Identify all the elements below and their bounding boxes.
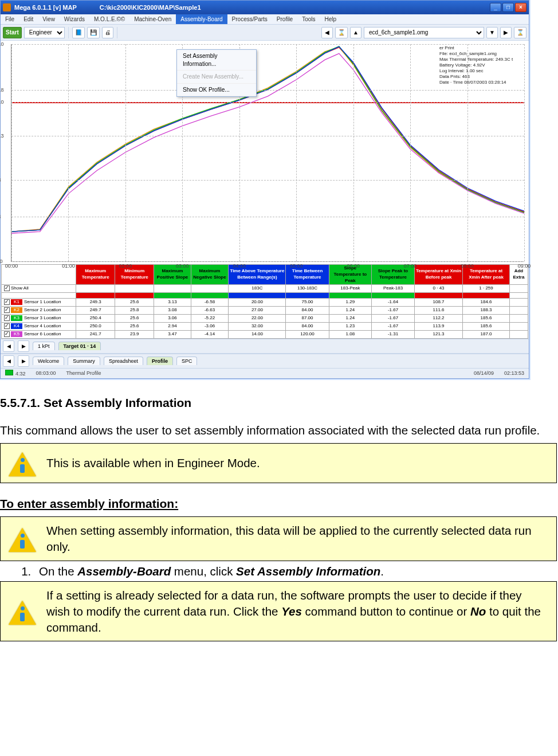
x-tick: 09:00	[518, 263, 531, 269]
x-tick: 06:00	[347, 263, 360, 269]
app-icon	[3, 3, 11, 11]
menu-process-parts[interactable]: Process/Parts	[227, 14, 272, 25]
menu-assembly-board[interactable]: Assembly-Board	[176, 14, 227, 25]
menu-edit[interactable]: Edit	[19, 14, 38, 25]
tab-summary[interactable]: Summary	[68, 357, 100, 365]
tab-next2-icon[interactable]: ▶	[18, 355, 29, 367]
status-profile-type: Thermal Profile	[66, 370, 101, 377]
hourglass2-icon[interactable]: ⌛	[514, 27, 526, 38]
note-modify-prompt: If a setting is already selected for a d…	[0, 581, 557, 641]
print-icon[interactable]: 🖨	[102, 27, 113, 38]
chart-info-box: er PrintFile: ecd_6ch_sample1.omgMax The…	[438, 44, 524, 87]
command-name-set-assembly: Set Assembly Information	[236, 565, 380, 578]
info-icon	[9, 449, 36, 477]
sensor-row-k5[interactable]: K5Sensor 6 Location	[2, 330, 76, 338]
menubar: FileEditViewWizardsM.O.L.E.©©Machine-Ove…	[1, 14, 529, 25]
menu-view[interactable]: View	[38, 14, 60, 25]
y-tick: -10.0	[0, 258, 3, 265]
mode-select[interactable]: Engineer	[24, 27, 65, 38]
chart-area: er PrintFile: ecd_6ch_sample1.omgMax The…	[1, 41, 529, 264]
menu-file[interactable]: File	[1, 14, 19, 25]
no-button-ref: No	[470, 605, 486, 618]
title-app: Mega 6.0.1.1 [v] MAP	[14, 3, 77, 12]
tab-prev2-icon[interactable]: ◀	[3, 355, 14, 367]
section-heading: 5.5.7.1. Set Assembly Information	[0, 395, 557, 411]
x-tick: 03:00	[176, 263, 189, 269]
view-tabstrip: ◀ ▶ WelcomeSummarySpreadsheetProfileSPC	[1, 354, 529, 368]
menuitem-show-ok-profile[interactable]: Show OK Profile...	[177, 84, 256, 97]
y-tick: 88.8	[0, 177, 1, 183]
window-maximize[interactable]: □	[502, 3, 514, 12]
sensor-row-k2[interactable]: K2Sensor 2 Location	[2, 307, 76, 315]
menu-help[interactable]: Help	[320, 14, 341, 25]
app-window: Mega 6.0.1.1 [v] MAP C:\kic2000\KIC2000\…	[0, 0, 529, 379]
x-tick: 01:00	[62, 263, 75, 269]
y-tick: 197.8	[0, 86, 4, 93]
x-tick: 08:00	[461, 263, 474, 269]
x-tick: 07:00	[404, 263, 417, 269]
save-icon[interactable]: 💾	[87, 27, 100, 38]
tab-welcome[interactable]: Welcome	[33, 357, 64, 365]
status-indicator-icon	[5, 370, 13, 375]
x-tick: 00:00	[5, 263, 18, 269]
tab-profile[interactable]: Profile	[147, 357, 173, 365]
hourglass-icon[interactable]: ⌛	[335, 27, 348, 38]
sensor-row-k1[interactable]: K1Sensor 1 Location	[2, 299, 76, 307]
y-tick: 44.4	[0, 213, 1, 220]
menu-tools[interactable]: Tools	[297, 14, 320, 25]
limits-table-wrap: Maximum TemperatureMinimum TemperatureMa…	[1, 264, 529, 339]
x-tick: 02:00	[119, 263, 132, 269]
start-button[interactable]: Start	[3, 27, 22, 38]
show-all-checkbox[interactable]: Show All	[2, 285, 76, 293]
intro-paragraph: This command allows the user to set asse…	[0, 422, 557, 438]
x-tick: 04:00	[233, 263, 246, 269]
note-text: When setting assembly information, this …	[46, 523, 548, 554]
menu-name-assembly-board: Assembly-Board	[77, 565, 171, 578]
datarun-select[interactable]: ecd_6ch_sample1.omg	[364, 27, 484, 38]
limits-table: Maximum TemperatureMinimum TemperatureMa…	[1, 264, 528, 339]
status-clock: 02:13:53	[504, 370, 524, 377]
arrow-left-icon[interactable]: ◀	[321, 27, 333, 38]
status-runtime: 08:03:00	[36, 370, 56, 377]
note-text: This is available when in Engineer Mode.	[46, 455, 260, 471]
y-tick: 142.3	[0, 132, 4, 139]
col-maximum-negative-slope: Maximum Negative Slope	[191, 265, 229, 285]
menu-machine-oven[interactable]: Machine-Oven	[129, 14, 176, 25]
chart-canvas[interactable]: er PrintFile: ecd_6ch_sample1.omgMax The…	[11, 44, 524, 262]
tab-kpt[interactable]: 1 kPt	[33, 342, 55, 350]
menu-wizards[interactable]: Wizards	[60, 14, 89, 25]
note-engineer-mode: This is available when in Engineer Mode.	[0, 443, 557, 483]
arrow-down-icon[interactable]: ▼	[486, 27, 498, 38]
runs-tabstrip: ◀ ▶ 1 kPt Target 01 · 14	[1, 339, 529, 354]
tab-next-icon[interactable]: ▶	[18, 340, 29, 352]
col-maximum-temperature: Maximum Temperature	[76, 265, 115, 285]
yes-button-ref: Yes	[281, 605, 302, 618]
menuitem-set-assembly-information[interactable]: Set Assembly Information...	[177, 50, 256, 70]
y-tick: 183.0	[0, 99, 4, 105]
status-time: 4:32	[15, 371, 26, 377]
status-date: 08/14/09	[474, 370, 494, 377]
sensor-row-k3[interactable]: K3Sensor 3 Location	[2, 315, 76, 323]
info-icon	[9, 525, 36, 553]
tab-spreadsheet[interactable]: Spreadsheet	[104, 357, 143, 365]
steps-list: On the Assembly-Board menu, click Set As…	[0, 563, 557, 579]
title-path: C:\kic2000\KIC2000\MAP\Sample1	[100, 3, 201, 12]
step-1: On the Assembly-Board menu, click Set As…	[34, 563, 557, 579]
tab-prev-icon[interactable]: ◀	[3, 340, 14, 352]
menu-profile[interactable]: Profile	[272, 14, 297, 25]
statusbar: 4:32 08:03:00 Thermal Profile 08/14/09 0…	[1, 368, 529, 378]
window-close[interactable]: ×	[515, 3, 526, 12]
window-minimize[interactable]: _	[490, 3, 501, 12]
workbook-icon[interactable]: 📘	[72, 27, 85, 38]
col-temperature-at-xmin-before-pea: Temperature at Xmin Before peak	[414, 265, 462, 285]
titlebar: Mega 6.0.1.1 [v] MAP C:\kic2000\KIC2000\…	[1, 1, 529, 14]
toolbar: Start Engineer 📘 💾 🖨 Set Assembly Inform…	[1, 25, 529, 41]
menu-m-o-l-e-[interactable]: M.O.L.E.©©	[89, 14, 129, 25]
x-tick: 05:00	[290, 263, 303, 269]
sensor-row-k4[interactable]: K4Sensor 4 Location	[2, 323, 76, 331]
tab-target[interactable]: Target 01 · 14	[58, 342, 101, 350]
arrow-up-icon[interactable]: ▲	[350, 27, 361, 38]
note-text: If a setting is already selected for a d…	[46, 587, 548, 635]
tab-spc[interactable]: SPC	[176, 357, 198, 365]
arrow-right-icon[interactable]: ▶	[500, 27, 512, 38]
